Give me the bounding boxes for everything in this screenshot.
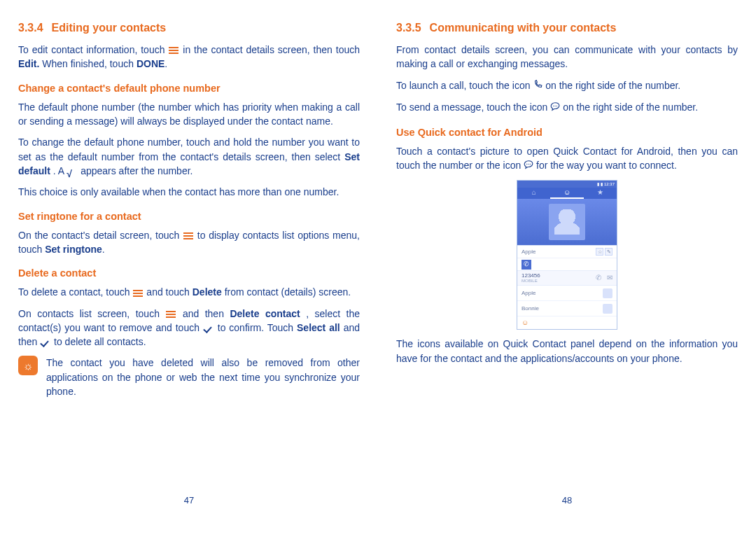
svg-point-1	[555, 106, 556, 106]
contact-mini-actions: ☆✎	[596, 248, 612, 256]
svg-point-5	[530, 164, 531, 165]
quick-contact-call-icon: ✆	[522, 260, 531, 270]
contact-number-type: MOBILE	[522, 279, 540, 283]
svg-point-3	[526, 164, 527, 165]
phone-contact-header	[517, 199, 617, 245]
phone-tab-favorites: ★	[584, 188, 617, 199]
page-number: 47	[0, 494, 378, 508]
phone-call-icon	[533, 79, 542, 93]
phone-status-bar: ▮ ▮ 12:37	[517, 181, 617, 188]
message-icon	[550, 101, 560, 115]
paragraph: To launch a call, touch the icon on the …	[396, 78, 738, 93]
list-item-label: Bonnie	[522, 305, 539, 313]
contact-list-item: Bonnie	[517, 301, 617, 316]
section-number: 3.3.5	[396, 22, 421, 34]
section-heading: 3.3.5Communicating with your contacts	[396, 20, 738, 36]
menu-lines-icon	[132, 288, 144, 298]
phone-contact-name-bar: Apple ☆✎	[517, 245, 617, 258]
confirm-check-icon	[40, 337, 51, 347]
phone-number-row: 123456 MOBILE ✆✉	[517, 270, 617, 286]
tip-block: ☼ The contact you have deleted will also…	[18, 356, 360, 405]
paragraph: On contacts list screen, touch and then …	[18, 307, 360, 349]
tip-text: The contact you have deleted will also b…	[46, 356, 360, 398]
subheading: Set ringtone for a contact	[18, 209, 360, 224]
phone-screenshot: ▮ ▮ 12:37 ⌂ ☺ ★ Apple ☆✎ ✆ 123456 MOBILE…	[517, 180, 617, 330]
number-actions: ✆✉	[590, 273, 612, 284]
subheading: Use Quick contact for Android	[396, 125, 738, 140]
subheading: Change a contact's default phone number	[18, 81, 360, 96]
section-number: 3.3.4	[18, 22, 43, 34]
svg-point-0	[553, 106, 554, 106]
phone-quick-contact-row: ✆	[517, 258, 617, 270]
menu-lines-icon	[183, 231, 194, 241]
paragraph: This choice is only available when the c…	[18, 185, 360, 199]
svg-point-4	[528, 164, 529, 165]
phone-tabs: ⌂ ☺ ★	[517, 188, 617, 199]
paragraph: The default phone number (the number whi…	[18, 100, 360, 129]
contact-number: 123456	[522, 273, 540, 279]
contact-list-item: Apple	[517, 286, 617, 301]
paragraph: Touch a contact's picture to open Quick …	[396, 144, 738, 174]
menu-lines-icon	[168, 46, 179, 55]
list-item-avatar	[603, 288, 612, 298]
message-icon	[524, 159, 533, 173]
subheading: Delete a contact	[18, 266, 360, 281]
section-title: Editing your contacts	[52, 22, 167, 34]
phone-tab-contacts: ☺	[550, 188, 583, 199]
tip-bulb-icon: ☼	[18, 356, 38, 375]
paragraph: To edit contact information, touch in th…	[18, 43, 360, 71]
phone-add-contact-row	[517, 316, 617, 329]
manual-page-left: 3.3.4Editing your contacts To edit conta…	[0, 0, 378, 537]
paragraph: From contact details screen, you can com…	[396, 43, 738, 71]
message-icon: ✉	[607, 274, 612, 281]
paragraph: To delete a contact, touch and touch Del…	[18, 285, 360, 299]
battery-icon: ▮	[601, 181, 603, 188]
checkmark-icon	[66, 167, 78, 176]
menu-lines-icon	[165, 309, 176, 319]
contact-name: Apple	[522, 248, 536, 256]
signal-icon: ▮	[597, 181, 599, 188]
phone-time: 12:37	[604, 181, 615, 188]
paragraph: To change the default phone number, touc…	[18, 135, 360, 178]
paragraph: On the contact's detail screen, touch to…	[18, 228, 360, 257]
paragraph: To send a message, touch the icon on the…	[396, 100, 738, 115]
page-number: 48	[378, 494, 756, 508]
manual-page-right: 3.3.5Communicating with your contacts Fr…	[378, 0, 756, 537]
section-heading: 3.3.4Editing your contacts	[18, 20, 360, 36]
svg-point-2	[556, 106, 557, 106]
section-title: Communicating with your contacts	[430, 22, 617, 34]
list-item-avatar	[603, 304, 612, 314]
list-item-label: Apple	[522, 289, 536, 298]
phone-tab-groups: ⌂	[517, 188, 550, 199]
paragraph: The icons available on Quick Contact pan…	[396, 337, 738, 365]
call-icon: ✆	[596, 274, 601, 281]
contact-avatar	[549, 204, 585, 240]
confirm-check-icon	[203, 323, 214, 333]
